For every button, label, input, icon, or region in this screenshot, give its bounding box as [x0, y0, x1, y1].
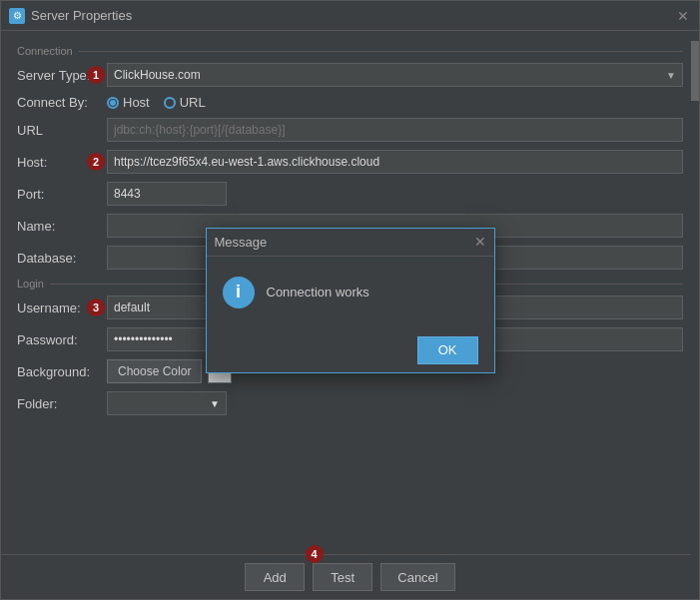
dialog-message: Connection works — [267, 285, 369, 300]
dialog-body: i Connection works — [207, 257, 494, 328]
message-dialog: Message ✕ i Connection works OK — [206, 228, 495, 373]
dialog-ok-button[interactable]: OK — [417, 336, 478, 364]
dialog-footer: OK — [207, 328, 494, 372]
main-window: ⚙ Server Properties ✕ Connection Server … — [0, 0, 700, 600]
dialog-overlay: Message ✕ i Connection works OK — [1, 1, 699, 599]
dialog-info-icon: i — [223, 277, 255, 308]
dialog-title: Message — [215, 235, 474, 250]
dialog-close-button[interactable]: ✕ — [474, 234, 486, 250]
dialog-title-bar: Message ✕ — [207, 229, 494, 257]
